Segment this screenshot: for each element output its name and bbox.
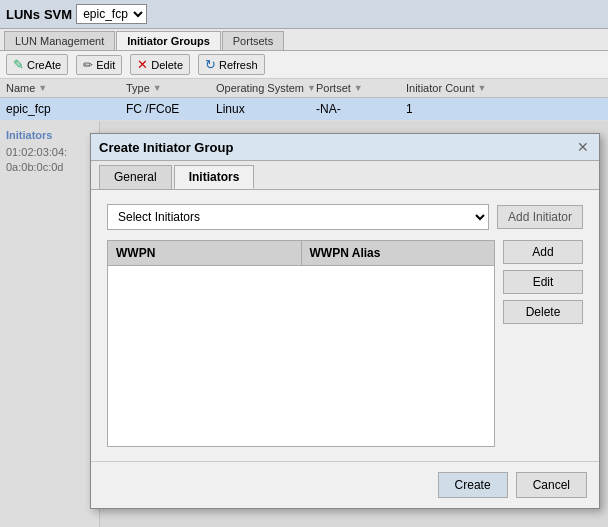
luns-label: LUNs — [6, 7, 40, 22]
col-header-name: Name ▼ — [6, 82, 126, 94]
cell-initcount: 1 — [406, 102, 496, 116]
create-icon: ✎ — [13, 57, 24, 72]
delete-label: Delete — [151, 59, 183, 71]
modal-cancel-button[interactable]: Cancel — [516, 472, 587, 498]
select-initiators-dropdown[interactable]: Select Initiators — [107, 204, 489, 230]
wwpn-col-wwpn: WWPN — [108, 241, 302, 265]
sort-icon-initcount: ▼ — [477, 83, 486, 93]
cell-portset: -NA- — [316, 102, 406, 116]
top-bar: LUNs SVM epic_fcp — [0, 0, 608, 29]
wwpn-area: WWPN WWPN Alias Add Edit Delete — [107, 240, 583, 447]
table-header: Name ▼ Type ▼ Operating System ▼ Portset… — [0, 79, 608, 98]
cell-type: FC /FCoE — [126, 102, 216, 116]
wwpn-add-button[interactable]: Add — [503, 240, 583, 264]
cell-os: Linux — [216, 102, 316, 116]
refresh-button[interactable]: ↻ Refresh — [198, 54, 265, 75]
wwpn-table-body — [108, 266, 494, 446]
toolbar: ✎ CreAte ✏ Edit ✕ Delete ↻ Refresh — [0, 51, 608, 79]
table-row[interactable]: epic_fcp FC /FCoE Linux -NA- 1 — [0, 98, 608, 121]
edit-button[interactable]: ✏ Edit — [76, 55, 122, 75]
modal-create-button[interactable]: Create — [438, 472, 508, 498]
wwpn-delete-button[interactable]: Delete — [503, 300, 583, 324]
modal-footer: Create Cancel — [91, 461, 599, 508]
wwpn-table-header: WWPN WWPN Alias — [108, 241, 494, 266]
modal-tab-bar: General Initiators — [91, 161, 599, 190]
edit-icon: ✏ — [83, 58, 93, 72]
modal-tab-initiators[interactable]: Initiators — [174, 165, 255, 189]
modal-tab-general[interactable]: General — [99, 165, 172, 189]
svm-label: SVM — [44, 7, 72, 22]
scroll-spacer — [496, 82, 510, 94]
col-header-initcount: Initiator Count ▼ — [406, 82, 496, 94]
create-button[interactable]: ✎ CreAte — [6, 54, 68, 75]
col-header-portset: Portset ▼ — [316, 82, 406, 94]
refresh-label: Refresh — [219, 59, 258, 71]
modal-create-initiator-group: Create Initiator Group ✕ General Initiat… — [90, 133, 600, 509]
wwpn-side-buttons: Add Edit Delete — [503, 240, 583, 447]
tab-portsets[interactable]: Portsets — [222, 31, 284, 50]
tab-initiator-groups[interactable]: Initiator Groups — [116, 31, 221, 50]
col-header-os: Operating System ▼ — [216, 82, 316, 94]
sort-icon-type: ▼ — [153, 83, 162, 93]
sort-icon-portset: ▼ — [354, 83, 363, 93]
create-label: CreAte — [27, 59, 61, 71]
delete-icon: ✕ — [137, 57, 148, 72]
modal-title: Create Initiator Group — [99, 140, 233, 155]
delete-button[interactable]: ✕ Delete — [130, 54, 190, 75]
sort-icon-name: ▼ — [38, 83, 47, 93]
modal-title-bar: Create Initiator Group ✕ — [91, 134, 599, 161]
cell-name: epic_fcp — [6, 102, 126, 116]
refresh-icon: ↻ — [205, 57, 216, 72]
sort-icon-os: ▼ — [307, 83, 316, 93]
select-initiators-row: Select Initiators Add Initiator — [107, 204, 583, 230]
edit-label: Edit — [96, 59, 115, 71]
tab-lun-management[interactable]: LUN Management — [4, 31, 115, 50]
svm-select[interactable]: epic_fcp — [76, 4, 147, 24]
wwpn-table: WWPN WWPN Alias — [107, 240, 495, 447]
add-initiator-button[interactable]: Add Initiator — [497, 205, 583, 229]
tab-bar: LUN Management Initiator Groups Portsets — [0, 29, 608, 51]
modal-close-button[interactable]: ✕ — [575, 139, 591, 155]
col-header-type: Type ▼ — [126, 82, 216, 94]
main-area: Initiators 01:02:03:04: 0a:0b:0c:0d Crea… — [0, 121, 608, 527]
wwpn-edit-button[interactable]: Edit — [503, 270, 583, 294]
modal-content: Select Initiators Add Initiator WWPN WWP… — [91, 190, 599, 461]
wwpn-col-alias: WWPN Alias — [302, 241, 495, 265]
